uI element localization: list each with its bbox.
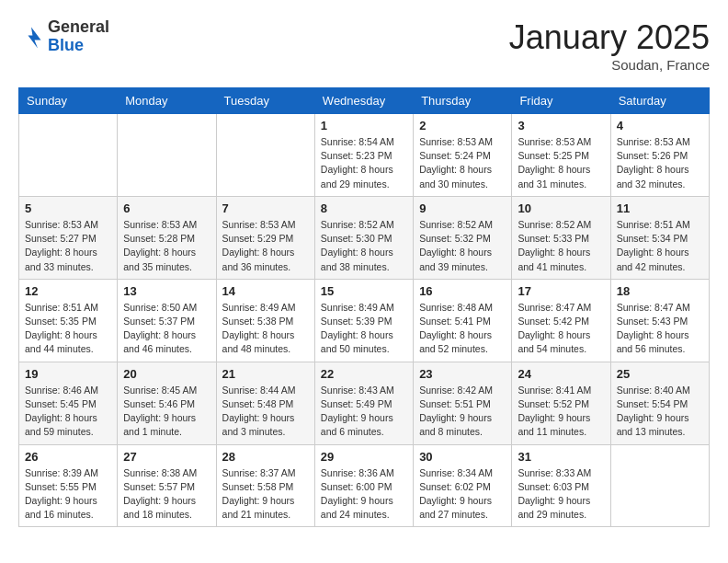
day-number: 20 <box>123 367 210 381</box>
day-info: Sunrise: 8:54 AM Sunset: 5:23 PM Dayligh… <box>321 135 407 191</box>
day-info: Sunrise: 8:50 AM Sunset: 5:37 PM Dayligh… <box>123 301 210 357</box>
calendar-cell: 16Sunrise: 8:48 AM Sunset: 5:41 PM Dayli… <box>414 279 512 362</box>
day-info: Sunrise: 8:41 AM Sunset: 5:52 PM Dayligh… <box>518 384 604 440</box>
day-info: Sunrise: 8:45 AM Sunset: 5:46 PM Dayligh… <box>123 384 210 440</box>
day-number: 11 <box>617 201 703 215</box>
calendar: SundayMondayTuesdayWednesdayThursdayFrid… <box>18 87 710 527</box>
day-number: 10 <box>518 201 604 215</box>
day-info: Sunrise: 8:53 AM Sunset: 5:24 PM Dayligh… <box>419 135 506 191</box>
week-row: 12Sunrise: 8:51 AM Sunset: 5:35 PM Dayli… <box>19 279 710 362</box>
day-info: Sunrise: 8:34 AM Sunset: 6:02 PM Dayligh… <box>419 466 506 523</box>
calendar-cell: 8Sunrise: 8:52 AM Sunset: 5:30 PM Daylig… <box>314 196 413 279</box>
day-info: Sunrise: 8:43 AM Sunset: 5:49 PM Dayligh… <box>321 384 407 440</box>
day-header-tuesday: Tuesday <box>216 88 314 114</box>
day-info: Sunrise: 8:53 AM Sunset: 5:28 PM Dayligh… <box>123 218 210 274</box>
day-info: Sunrise: 8:52 AM Sunset: 5:30 PM Dayligh… <box>321 218 407 274</box>
day-info: Sunrise: 8:44 AM Sunset: 5:48 PM Dayligh… <box>222 384 309 440</box>
week-row: 1Sunrise: 8:54 AM Sunset: 5:23 PM Daylig… <box>19 114 710 197</box>
calendar-cell: 20Sunrise: 8:45 AM Sunset: 5:46 PM Dayli… <box>118 362 216 444</box>
day-info: Sunrise: 8:46 AM Sunset: 5:45 PM Dayligh… <box>25 384 111 440</box>
day-info: Sunrise: 8:49 AM Sunset: 5:38 PM Dayligh… <box>222 301 309 357</box>
calendar-cell: 30Sunrise: 8:34 AM Sunset: 6:02 PM Dayli… <box>414 444 512 527</box>
calendar-cell: 28Sunrise: 8:37 AM Sunset: 5:58 PM Dayli… <box>216 444 314 527</box>
calendar-cell: 31Sunrise: 8:33 AM Sunset: 6:03 PM Dayli… <box>512 444 610 527</box>
calendar-cell: 6Sunrise: 8:53 AM Sunset: 5:28 PM Daylig… <box>118 196 216 279</box>
day-info: Sunrise: 8:36 AM Sunset: 6:00 PM Dayligh… <box>321 466 407 523</box>
day-header-saturday: Saturday <box>610 88 709 114</box>
svg-marker-0 <box>28 27 41 48</box>
calendar-cell <box>118 114 216 197</box>
day-number: 15 <box>321 284 407 298</box>
day-number: 9 <box>419 201 506 215</box>
day-info: Sunrise: 8:47 AM Sunset: 5:42 PM Dayligh… <box>518 301 604 357</box>
day-headers-row: SundayMondayTuesdayWednesdayThursdayFrid… <box>19 88 710 114</box>
day-number: 17 <box>518 284 604 298</box>
calendar-cell: 5Sunrise: 8:53 AM Sunset: 5:27 PM Daylig… <box>19 196 118 279</box>
calendar-cell: 22Sunrise: 8:43 AM Sunset: 5:49 PM Dayli… <box>314 362 413 444</box>
calendar-cell <box>19 114 118 197</box>
day-info: Sunrise: 8:47 AM Sunset: 5:43 PM Dayligh… <box>617 301 703 357</box>
calendar-cell: 19Sunrise: 8:46 AM Sunset: 5:45 PM Dayli… <box>19 362 118 444</box>
logo-general-text: General <box>48 18 109 37</box>
day-number: 22 <box>321 367 407 381</box>
day-number: 16 <box>419 284 506 298</box>
day-number: 21 <box>222 367 309 381</box>
calendar-cell: 12Sunrise: 8:51 AM Sunset: 5:35 PM Dayli… <box>19 279 118 362</box>
calendar-cell: 14Sunrise: 8:49 AM Sunset: 5:38 PM Dayli… <box>216 279 314 362</box>
day-info: Sunrise: 8:40 AM Sunset: 5:54 PM Dayligh… <box>617 384 703 440</box>
day-info: Sunrise: 8:51 AM Sunset: 5:34 PM Dayligh… <box>617 218 703 274</box>
day-number: 5 <box>25 201 111 215</box>
day-number: 27 <box>123 450 210 464</box>
day-info: Sunrise: 8:52 AM Sunset: 5:33 PM Dayligh… <box>518 218 604 274</box>
week-row: 5Sunrise: 8:53 AM Sunset: 5:27 PM Daylig… <box>19 196 710 279</box>
calendar-cell: 17Sunrise: 8:47 AM Sunset: 5:42 PM Dayli… <box>512 279 610 362</box>
calendar-cell <box>610 444 709 527</box>
calendar-cell: 26Sunrise: 8:39 AM Sunset: 5:55 PM Dayli… <box>19 444 118 527</box>
month-title: January 2025 <box>509 18 710 57</box>
day-info: Sunrise: 8:33 AM Sunset: 6:03 PM Dayligh… <box>518 466 604 523</box>
day-number: 12 <box>25 284 111 298</box>
day-number: 2 <box>419 119 506 132</box>
day-number: 1 <box>321 119 407 132</box>
day-info: Sunrise: 8:49 AM Sunset: 5:39 PM Dayligh… <box>321 301 407 357</box>
day-header-sunday: Sunday <box>19 88 118 114</box>
day-info: Sunrise: 8:53 AM Sunset: 5:27 PM Dayligh… <box>25 218 111 274</box>
calendar-cell: 11Sunrise: 8:51 AM Sunset: 5:34 PM Dayli… <box>610 196 709 279</box>
day-header-thursday: Thursday <box>414 88 512 114</box>
location: Soudan, France <box>509 57 710 73</box>
calendar-cell: 27Sunrise: 8:38 AM Sunset: 5:57 PM Dayli… <box>118 444 216 527</box>
calendar-cell: 25Sunrise: 8:40 AM Sunset: 5:54 PM Dayli… <box>610 362 709 444</box>
calendar-body: 1Sunrise: 8:54 AM Sunset: 5:23 PM Daylig… <box>19 114 710 527</box>
calendar-cell <box>216 114 314 197</box>
calendar-cell: 10Sunrise: 8:52 AM Sunset: 5:33 PM Dayli… <box>512 196 610 279</box>
day-number: 13 <box>123 284 210 298</box>
header: General Blue January 2025 Soudan, France <box>18 18 710 73</box>
logo-text: General Blue <box>48 18 109 55</box>
calendar-cell: 21Sunrise: 8:44 AM Sunset: 5:48 PM Dayli… <box>216 362 314 444</box>
day-header-wednesday: Wednesday <box>314 88 413 114</box>
day-number: 8 <box>321 201 407 215</box>
calendar-cell: 13Sunrise: 8:50 AM Sunset: 5:37 PM Dayli… <box>118 279 216 362</box>
calendar-cell: 4Sunrise: 8:53 AM Sunset: 5:26 PM Daylig… <box>610 114 709 197</box>
day-number: 26 <box>25 450 111 464</box>
calendar-cell: 18Sunrise: 8:47 AM Sunset: 5:43 PM Dayli… <box>610 279 709 362</box>
week-row: 26Sunrise: 8:39 AM Sunset: 5:55 PM Dayli… <box>19 444 710 527</box>
day-info: Sunrise: 8:53 AM Sunset: 5:26 PM Dayligh… <box>617 135 703 191</box>
day-number: 30 <box>419 450 506 464</box>
logo: General Blue <box>18 18 109 55</box>
calendar-cell: 1Sunrise: 8:54 AM Sunset: 5:23 PM Daylig… <box>314 114 413 197</box>
day-header-monday: Monday <box>118 88 216 114</box>
day-number: 3 <box>518 119 604 132</box>
day-info: Sunrise: 8:42 AM Sunset: 5:51 PM Dayligh… <box>419 384 506 440</box>
day-number: 6 <box>123 201 210 215</box>
day-info: Sunrise: 8:51 AM Sunset: 5:35 PM Dayligh… <box>25 301 111 357</box>
day-number: 14 <box>222 284 309 298</box>
day-number: 31 <box>518 450 604 464</box>
calendar-cell: 23Sunrise: 8:42 AM Sunset: 5:51 PM Dayli… <box>414 362 512 444</box>
day-number: 28 <box>222 450 309 464</box>
calendar-cell: 29Sunrise: 8:36 AM Sunset: 6:00 PM Dayli… <box>314 444 413 527</box>
day-number: 7 <box>222 201 309 215</box>
calendar-cell: 15Sunrise: 8:49 AM Sunset: 5:39 PM Dayli… <box>314 279 413 362</box>
day-header-friday: Friday <box>512 88 610 114</box>
day-number: 18 <box>617 284 703 298</box>
